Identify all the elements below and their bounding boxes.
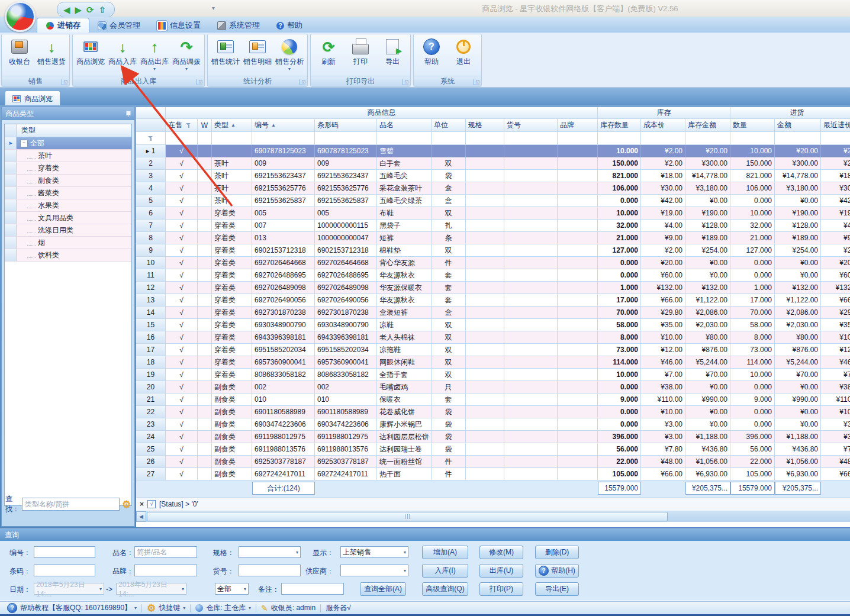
category-search-input[interactable] [22, 498, 120, 511]
date-from-input[interactable]: 2018年5月23日 14:...▾ [34, 583, 104, 595]
column-header-条形码[interactable]: 条形码 [315, 119, 377, 132]
column-header-数量[interactable]: 数量 [730, 119, 775, 132]
scrollbar-thumb[interactable] [147, 512, 668, 521]
tree-item[interactable]: 茶叶 [5, 150, 131, 162]
table-row[interactable]: 6√穿着类005005布鞋双10.000¥19.00¥190.0010.000¥… [136, 207, 850, 220]
table-row[interactable]: 22√副食类69011805889896901180588989花卷威化饼袋0.… [136, 406, 850, 418]
status-item[interactable]: ?帮助教程【客服QQ: 1607169890】▾ [2, 602, 141, 614]
table-row[interactable]: 16√穿着类69433963981816943396398181老人头棉袜双8.… [136, 331, 850, 344]
ribbon-button-刷新[interactable]: ⟳刷新 [313, 36, 344, 67]
table-row[interactable]: 8√穿着类0131000000000047短裤条21.000¥9.00¥189.… [136, 232, 850, 244]
help-button[interactable]: ?帮助(H) [535, 564, 579, 578]
export-button[interactable]: 导出(E) [535, 582, 579, 596]
dropdown-caret-icon[interactable]: ▾ [185, 67, 188, 70]
dialog-launcher-icon[interactable]: ◲ [403, 79, 408, 85]
autofilter-cell[interactable] [558, 132, 598, 145]
document-tab-product-browse[interactable]: 商品浏览 [5, 91, 60, 107]
brand-input[interactable] [134, 565, 197, 576]
status-item[interactable]: ✎收银员: admin [256, 602, 320, 614]
table-row[interactable]: 11√穿着类69270264886956927026488695华友源秋衣套0.… [136, 269, 850, 282]
autofilter-cell[interactable] [730, 132, 775, 145]
date-to-input[interactable]: 2018年5月23日 14:...▾ [116, 583, 186, 595]
ribbon-button-商品浏览[interactable]: 商品浏览 [75, 36, 106, 67]
table-row[interactable]: 9√穿着类69021537123186902153712318棉鞋垫双127.0… [136, 244, 850, 257]
autofilter-cell[interactable] [504, 132, 558, 145]
barcode-input[interactable] [34, 565, 95, 576]
status-item[interactable]: 仓库: 主仓库▾ [191, 602, 256, 614]
autofilter-cell[interactable] [212, 132, 252, 145]
ribbon-button-销售明细[interactable]: 销售明细 [242, 36, 273, 67]
back-arrow-icon[interactable]: ◀ [63, 5, 70, 14]
ribbon-tab-系统管理[interactable]: 系统管理 [209, 18, 268, 33]
table-row[interactable]: 26√副食类69253037781876925303778187统一面粉丝馆件2… [136, 456, 850, 468]
table-row[interactable]: 7√穿着类0071000000000115黑袋子扎32.000¥4.00¥128… [136, 220, 850, 232]
table-row[interactable]: 27√副食类69272424170116927242417011热干面件105.… [136, 468, 850, 480]
tree-item[interactable]: 穿着类 [5, 162, 131, 175]
advanced-query-button[interactable]: 高级查询(Q) [422, 582, 468, 596]
autofilter-cell[interactable] [598, 132, 641, 145]
pin-icon[interactable] [125, 110, 131, 117]
ribbon-button-打印[interactable]: 打印 [345, 36, 376, 67]
dropdown-caret-icon[interactable]: ▾ [153, 67, 156, 70]
tree-item[interactable]: 烟 [5, 237, 131, 249]
ribbon-button-退出[interactable]: 退出 [448, 36, 479, 67]
table-row[interactable]: 2√茶叶009009白手套双150.000¥2.00¥300.00150.000… [136, 157, 850, 170]
ribbon-tab-会员管理[interactable]: 会员管理 [89, 18, 149, 33]
refresh-icon[interactable]: ⟳ [86, 5, 94, 14]
tree-item[interactable]: 洗涤日用类 [5, 224, 131, 237]
tree-item[interactable]: 酱菜类 [5, 187, 131, 199]
table-row[interactable]: 5√茶叶69215536258376921553625837五峰毛尖绿茶盒0.0… [136, 195, 850, 207]
filter-close-icon[interactable]: × [140, 500, 144, 508]
table-row[interactable]: 25√副食类69119880135766911988013576达利园瑞士卷袋5… [136, 443, 850, 456]
column-header-单位[interactable]: 单位 [432, 119, 466, 132]
artno-input[interactable] [239, 565, 301, 576]
table-row[interactable]: 4√茶叶69215536257766921553625776采花盒装茶叶盒106… [136, 182, 850, 195]
tree-item[interactable]: 饮料类 [5, 249, 131, 262]
stock-in-button[interactable]: 入库(I) [422, 564, 468, 578]
autofilter-cell[interactable] [377, 132, 432, 145]
column-header-编号[interactable]: 编号▲ [252, 119, 315, 132]
delete-button[interactable]: 删除(D) [535, 546, 579, 559]
status-item[interactable]: ⚙快捷键▾ [142, 602, 190, 614]
add-button[interactable]: 增加(A) [422, 546, 468, 559]
forward-arrow-icon[interactable]: ▶ [75, 5, 82, 14]
stock-out-button[interactable]: 出库(U) [479, 564, 523, 578]
ribbon-button-导出[interactable]: 导出 [377, 36, 408, 67]
tree-header-label[interactable]: 类型 [17, 124, 131, 137]
app-logo-pie-icon[interactable] [5, 1, 36, 32]
table-row[interactable]: 15√穿着类69303489007906930348900790凉鞋双58.00… [136, 319, 850, 331]
table-row[interactable]: 13√穿着类69270264900566927026490056华友源秋衣套17… [136, 294, 850, 307]
query-all-button[interactable]: 查询全部(A) [360, 582, 406, 596]
table-row[interactable]: 20√副食类002002毛嘴卤鸡只0.000¥38.00¥0.000.000¥0… [136, 381, 850, 394]
table-row[interactable]: 14√穿着类69273018702386927301870238盒装短裤盒70.… [136, 307, 850, 319]
column-header-W[interactable]: W [198, 119, 212, 132]
dialog-launcher-icon[interactable]: ◲ [62, 79, 67, 85]
ribbon-tab-信息设置[interactable]: 信息设置 [149, 18, 209, 33]
column-header-在售[interactable]: 在售 [166, 119, 198, 132]
ribbon-button-商品入库[interactable]: ↓商品入库▾ [107, 36, 138, 70]
tree-item[interactable]: 水果类 [5, 199, 131, 212]
column-header-规格[interactable]: 规格 [466, 119, 504, 132]
autofilter-cell[interactable] [821, 132, 850, 145]
column-header-品名[interactable]: 品名 [377, 119, 432, 132]
ribbon-button-收银台[interactable]: 收银台 [4, 36, 35, 67]
tree-expand-icon[interactable]: − [20, 140, 28, 147]
autofilter-cell[interactable] [166, 132, 198, 145]
print-button[interactable]: 打印(P) [479, 582, 523, 596]
column-header-库存金额[interactable]: 库存金额 [685, 119, 730, 132]
ribbon-button-商品出库[interactable]: ↑商品出库▾ [139, 36, 170, 70]
ribbon-button-销售分析[interactable]: 销售分析▾ [274, 36, 305, 70]
tree-item[interactable]: 文具用品类 [5, 212, 131, 224]
table-row[interactable]: 12√穿着类69270264890986927026489098华友源保暖衣套1… [136, 282, 850, 294]
dropdown-caret-icon[interactable]: ▾ [121, 67, 124, 70]
up-arrow-icon[interactable]: ⇧ [99, 5, 107, 14]
column-header-成本价[interactable]: 成本价 [641, 119, 685, 132]
ribbon-tab-帮助[interactable]: ?帮助 [268, 18, 311, 33]
ribbon-button-商品调拨[interactable]: ↷商品调拨▾ [171, 36, 202, 70]
column-header-货号[interactable]: 货号 [504, 119, 558, 132]
table-row[interactable]: 10√穿着类69270264646686927026464668背心华友源件0.… [136, 257, 850, 269]
table-row[interactable]: 24√副食类69119880129756911988012975达利园层层松饼袋… [136, 431, 850, 443]
autofilter-cell[interactable] [315, 132, 377, 145]
autofilter-cell[interactable] [775, 132, 821, 145]
column-header-类型[interactable]: 类型▲ [212, 119, 252, 132]
